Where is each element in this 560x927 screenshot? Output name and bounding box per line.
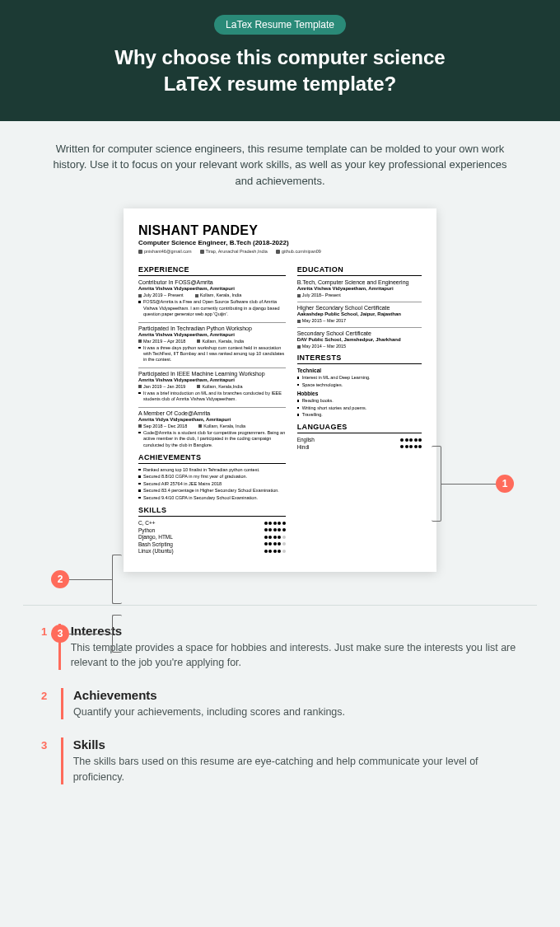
section-skills: SKILLS [138, 506, 286, 514]
resume-stage: NISHANT PANDEY Computer Science Engineer… [0, 208, 560, 605]
page-title: Why choose this computer science LaTeX r… [33, 44, 527, 98]
note-text: This template provides a space for hobbi… [71, 640, 519, 670]
callout-1: 1 [432, 446, 514, 522]
note-title: Interests [71, 624, 519, 638]
callout-3: 3 [51, 615, 122, 653]
note-title: Achievements [73, 688, 345, 702]
resume-left-col: EXPERIENCE Contributor In FOSS@AmritaAmr… [138, 262, 286, 554]
resume-contact: pnishant46@gmail.com Tirap, Arunachal Pr… [138, 249, 422, 254]
skills-list: C, C++PythonDjango, HTMLBash ScriptingLi… [138, 520, 286, 554]
section-experience: EXPERIENCE [138, 265, 286, 274]
section-languages: LANGUAGES [297, 423, 422, 431]
achievements-list: Ranked among top 10 finalist in Tehradia… [138, 467, 286, 501]
callout-number-3: 3 [51, 625, 69, 643]
note-text: The skills bars used on this resume are … [73, 754, 519, 784]
section-education: EDUCATION [297, 265, 422, 274]
resume-subtitle: Computer Science Engineer, B.Tech (2018-… [138, 239, 422, 246]
hero-section: LaTex Resume Template Why choose this co… [0, 0, 560, 121]
note-item: 3 Skills The skills bars used on this re… [41, 737, 519, 784]
badge: LaTex Resume Template [214, 15, 346, 35]
note-item: 2 Achievements Quantify your achievement… [41, 688, 519, 719]
callout-number-2: 2 [51, 570, 69, 588]
note-title: Skills [73, 737, 519, 751]
intro-text: Written for computer science engineers, … [0, 121, 560, 209]
resume-right-col: EDUCATION B.Tech, Computer Science and E… [297, 262, 422, 554]
section-achievements: ACHIEVEMENTS [138, 453, 286, 461]
note-text: Quantify your achievements, including sc… [73, 705, 345, 719]
resume-name: NISHANT PANDEY [138, 223, 422, 238]
section-interests: INTERESTS [297, 353, 422, 362]
resume-preview: NISHANT PANDEY Computer Science Engineer… [124, 208, 436, 572]
languages-list: EnglishHindi [297, 437, 422, 450]
callout-number-1: 1 [496, 475, 514, 493]
callout-2: 2 [51, 555, 122, 604]
